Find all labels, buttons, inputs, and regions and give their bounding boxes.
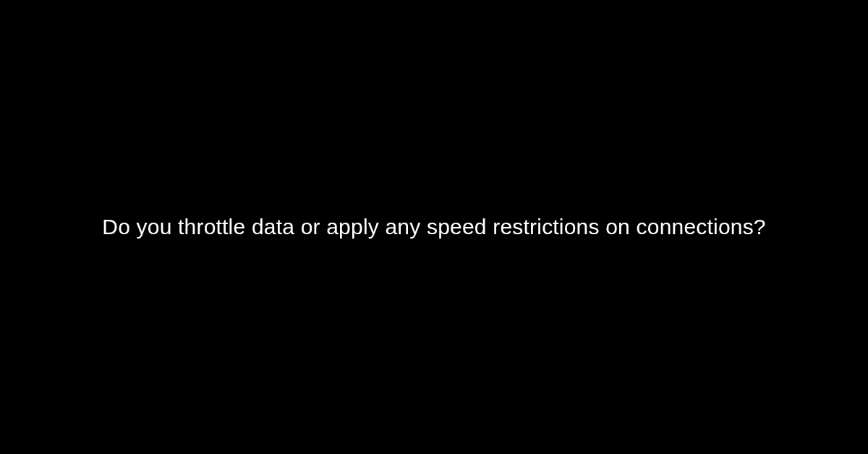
question-heading: Do you throttle data or apply any speed … [102,215,765,239]
